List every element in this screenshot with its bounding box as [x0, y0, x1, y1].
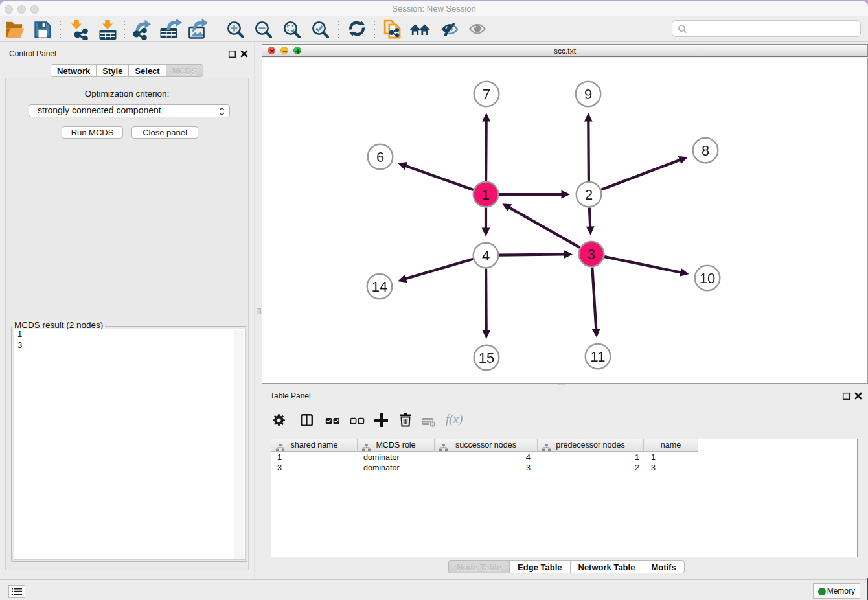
svg-text:3: 3 — [588, 246, 595, 262]
svg-text:15: 15 — [479, 350, 494, 366]
svg-text:11: 11 — [591, 349, 606, 365]
svg-text:10: 10 — [700, 270, 715, 286]
svg-text:2: 2 — [585, 187, 593, 203]
svg-text:14: 14 — [372, 279, 387, 295]
svg-text:6: 6 — [376, 149, 384, 165]
svg-text:4: 4 — [482, 248, 490, 264]
svg-text:9: 9 — [584, 86, 592, 102]
svg-text:8: 8 — [702, 143, 709, 159]
svg-text:7: 7 — [483, 86, 490, 102]
svg-text:1: 1 — [482, 187, 490, 203]
